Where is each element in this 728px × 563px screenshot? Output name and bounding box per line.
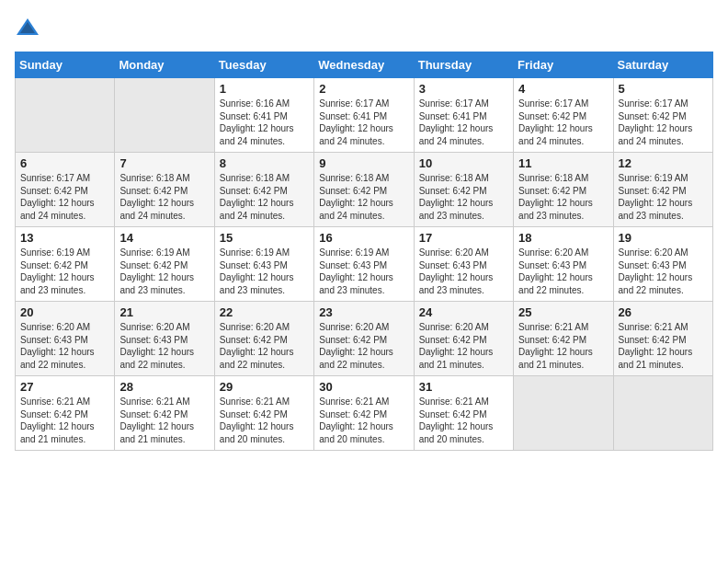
day-number: 5 xyxy=(619,82,708,96)
calendar-cell: 16Sunrise: 6:19 AM Sunset: 6:43 PM Dayli… xyxy=(314,227,414,302)
day-number: 2 xyxy=(319,82,408,96)
calendar-cell: 21Sunrise: 6:20 AM Sunset: 6:43 PM Dayli… xyxy=(115,302,214,376)
calendar-day-header: Wednesday xyxy=(314,52,414,78)
calendar-cell: 5Sunrise: 6:17 AM Sunset: 6:42 PM Daylig… xyxy=(613,78,712,153)
day-number: 9 xyxy=(319,156,408,170)
day-info: Sunrise: 6:18 AM Sunset: 6:42 PM Dayligh… xyxy=(319,172,408,222)
calendar-cell: 12Sunrise: 6:19 AM Sunset: 6:42 PM Dayli… xyxy=(613,153,712,227)
calendar-cell: 23Sunrise: 6:20 AM Sunset: 6:42 PM Dayli… xyxy=(314,302,414,376)
calendar-week-row: 27Sunrise: 6:21 AM Sunset: 6:42 PM Dayli… xyxy=(16,376,713,451)
calendar-cell: 25Sunrise: 6:21 AM Sunset: 6:42 PM Dayli… xyxy=(514,302,613,376)
calendar-table: SundayMondayTuesdayWednesdayThursdayFrid… xyxy=(15,52,713,451)
calendar-cell: 9Sunrise: 6:18 AM Sunset: 6:42 PM Daylig… xyxy=(314,153,414,227)
calendar-cell: 15Sunrise: 6:19 AM Sunset: 6:43 PM Dayli… xyxy=(214,227,313,302)
day-info: Sunrise: 6:19 AM Sunset: 6:42 PM Dayligh… xyxy=(20,247,109,296)
calendar-cell: 14Sunrise: 6:19 AM Sunset: 6:42 PM Dayli… xyxy=(115,227,214,302)
day-number: 6 xyxy=(20,156,109,170)
day-number: 10 xyxy=(419,156,508,170)
day-info: Sunrise: 6:21 AM Sunset: 6:42 PM Dayligh… xyxy=(20,396,109,445)
calendar-cell: 6Sunrise: 6:17 AM Sunset: 6:42 PM Daylig… xyxy=(16,153,115,227)
day-number: 27 xyxy=(20,380,109,394)
calendar-cell: 27Sunrise: 6:21 AM Sunset: 6:42 PM Dayli… xyxy=(16,376,115,451)
day-info: Sunrise: 6:17 AM Sunset: 6:42 PM Dayligh… xyxy=(619,98,708,147)
day-number: 4 xyxy=(518,82,608,96)
calendar-header-row: SundayMondayTuesdayWednesdayThursdayFrid… xyxy=(16,52,713,78)
day-number: 31 xyxy=(419,380,508,394)
calendar-cell: 28Sunrise: 6:21 AM Sunset: 6:42 PM Dayli… xyxy=(115,376,214,451)
day-info: Sunrise: 6:17 AM Sunset: 6:41 PM Dayligh… xyxy=(319,98,408,147)
calendar-day-header: Tuesday xyxy=(214,52,313,78)
day-info: Sunrise: 6:21 AM Sunset: 6:42 PM Dayligh… xyxy=(220,396,309,445)
calendar-cell: 29Sunrise: 6:21 AM Sunset: 6:42 PM Dayli… xyxy=(214,376,313,451)
day-info: Sunrise: 6:19 AM Sunset: 6:43 PM Dayligh… xyxy=(319,247,408,296)
calendar-cell: 8Sunrise: 6:18 AM Sunset: 6:42 PM Daylig… xyxy=(214,153,313,227)
day-info: Sunrise: 6:20 AM Sunset: 6:42 PM Dayligh… xyxy=(220,321,309,371)
day-number: 30 xyxy=(319,380,408,394)
calendar-cell xyxy=(16,78,115,153)
calendar-cell: 2Sunrise: 6:17 AM Sunset: 6:41 PM Daylig… xyxy=(314,78,414,153)
day-info: Sunrise: 6:16 AM Sunset: 6:41 PM Dayligh… xyxy=(220,98,309,147)
day-number: 11 xyxy=(518,156,608,170)
calendar-cell: 24Sunrise: 6:20 AM Sunset: 6:42 PM Dayli… xyxy=(414,302,513,376)
calendar-cell xyxy=(613,376,712,451)
calendar-cell: 17Sunrise: 6:20 AM Sunset: 6:43 PM Dayli… xyxy=(414,227,513,302)
page-header xyxy=(15,15,713,40)
day-number: 8 xyxy=(220,156,309,170)
day-info: Sunrise: 6:17 AM Sunset: 6:42 PM Dayligh… xyxy=(518,98,608,147)
day-number: 22 xyxy=(220,305,309,319)
calendar-cell: 26Sunrise: 6:21 AM Sunset: 6:42 PM Dayli… xyxy=(613,302,712,376)
day-number: 28 xyxy=(119,380,209,394)
day-info: Sunrise: 6:18 AM Sunset: 6:42 PM Dayligh… xyxy=(119,172,209,222)
calendar-week-row: 13Sunrise: 6:19 AM Sunset: 6:42 PM Dayli… xyxy=(16,227,713,302)
day-number: 26 xyxy=(619,305,708,319)
day-number: 21 xyxy=(119,305,209,319)
day-info: Sunrise: 6:21 AM Sunset: 6:42 PM Dayligh… xyxy=(319,396,408,445)
day-info: Sunrise: 6:21 AM Sunset: 6:42 PM Dayligh… xyxy=(518,321,608,371)
calendar-cell: 13Sunrise: 6:19 AM Sunset: 6:42 PM Dayli… xyxy=(16,227,115,302)
day-number: 7 xyxy=(119,156,209,170)
calendar-cell: 18Sunrise: 6:20 AM Sunset: 6:43 PM Dayli… xyxy=(514,227,613,302)
day-info: Sunrise: 6:20 AM Sunset: 6:42 PM Dayligh… xyxy=(419,321,508,371)
day-info: Sunrise: 6:20 AM Sunset: 6:43 PM Dayligh… xyxy=(518,247,608,296)
day-number: 12 xyxy=(619,156,708,170)
calendar-week-row: 20Sunrise: 6:20 AM Sunset: 6:43 PM Dayli… xyxy=(16,302,713,376)
logo xyxy=(15,15,42,40)
day-info: Sunrise: 6:20 AM Sunset: 6:43 PM Dayligh… xyxy=(419,247,508,296)
day-info: Sunrise: 6:20 AM Sunset: 6:43 PM Dayligh… xyxy=(619,247,708,296)
day-number: 13 xyxy=(20,231,109,245)
day-info: Sunrise: 6:18 AM Sunset: 6:42 PM Dayligh… xyxy=(518,172,608,222)
day-info: Sunrise: 6:19 AM Sunset: 6:42 PM Dayligh… xyxy=(119,247,209,296)
calendar-cell: 10Sunrise: 6:18 AM Sunset: 6:42 PM Dayli… xyxy=(414,153,513,227)
day-number: 19 xyxy=(619,231,708,245)
calendar-cell: 19Sunrise: 6:20 AM Sunset: 6:43 PM Dayli… xyxy=(613,227,712,302)
day-info: Sunrise: 6:19 AM Sunset: 6:43 PM Dayligh… xyxy=(220,247,309,296)
day-info: Sunrise: 6:17 AM Sunset: 6:41 PM Dayligh… xyxy=(419,98,508,147)
calendar-cell: 11Sunrise: 6:18 AM Sunset: 6:42 PM Dayli… xyxy=(514,153,613,227)
day-number: 29 xyxy=(220,380,309,394)
calendar-week-row: 1Sunrise: 6:16 AM Sunset: 6:41 PM Daylig… xyxy=(16,78,713,153)
day-number: 23 xyxy=(319,305,408,319)
calendar-week-row: 6Sunrise: 6:17 AM Sunset: 6:42 PM Daylig… xyxy=(16,153,713,227)
calendar-cell: 3Sunrise: 6:17 AM Sunset: 6:41 PM Daylig… xyxy=(414,78,513,153)
day-number: 14 xyxy=(119,231,209,245)
day-info: Sunrise: 6:21 AM Sunset: 6:42 PM Dayligh… xyxy=(119,396,209,445)
day-number: 25 xyxy=(518,305,608,319)
day-number: 17 xyxy=(419,231,508,245)
calendar-cell: 20Sunrise: 6:20 AM Sunset: 6:43 PM Dayli… xyxy=(16,302,115,376)
calendar-cell: 22Sunrise: 6:20 AM Sunset: 6:42 PM Dayli… xyxy=(214,302,313,376)
day-info: Sunrise: 6:18 AM Sunset: 6:42 PM Dayligh… xyxy=(419,172,508,222)
logo-icon xyxy=(15,15,40,40)
calendar-cell: 1Sunrise: 6:16 AM Sunset: 6:41 PM Daylig… xyxy=(214,78,313,153)
calendar-day-header: Thursday xyxy=(414,52,513,78)
day-info: Sunrise: 6:19 AM Sunset: 6:42 PM Dayligh… xyxy=(619,172,708,222)
day-number: 1 xyxy=(220,82,309,96)
calendar-day-header: Monday xyxy=(115,52,214,78)
calendar-cell: 31Sunrise: 6:21 AM Sunset: 6:42 PM Dayli… xyxy=(414,376,513,451)
day-info: Sunrise: 6:21 AM Sunset: 6:42 PM Dayligh… xyxy=(619,321,708,371)
day-number: 3 xyxy=(419,82,508,96)
calendar-cell: 7Sunrise: 6:18 AM Sunset: 6:42 PM Daylig… xyxy=(115,153,214,227)
day-info: Sunrise: 6:18 AM Sunset: 6:42 PM Dayligh… xyxy=(220,172,309,222)
calendar-cell xyxy=(514,376,613,451)
calendar-day-header: Friday xyxy=(514,52,613,78)
calendar-day-header: Saturday xyxy=(613,52,712,78)
